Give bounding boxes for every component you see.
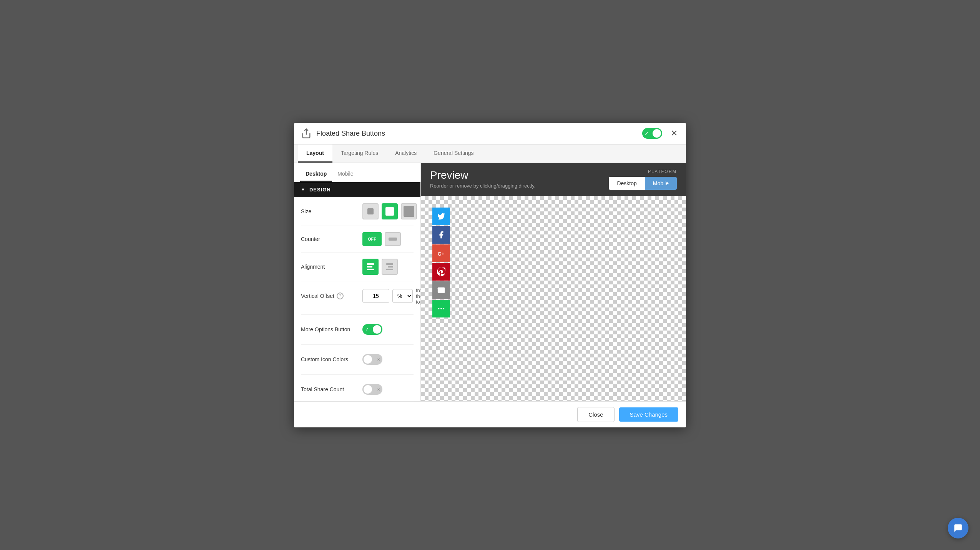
divider: [301, 314, 414, 315]
share-button-twitter[interactable]: [432, 208, 450, 225]
more-options-toggle[interactable]: ✓: [362, 324, 382, 335]
align-right-button[interactable]: [382, 259, 398, 275]
size-small-button[interactable]: [362, 203, 379, 219]
vertical-offset-controls: % px from the top: [362, 287, 420, 305]
modal-title: Floated Share Buttons: [316, 130, 642, 138]
alignment-label: Alignment: [301, 264, 362, 270]
counter-off-button[interactable]: OFF: [362, 232, 382, 246]
svg-text:G+: G+: [438, 251, 444, 256]
preview-info: Preview Reorder or remove by clicking/dr…: [430, 169, 535, 189]
total-share-count-toggle[interactable]: ✕: [362, 384, 382, 395]
close-button[interactable]: Close: [577, 407, 614, 422]
tab-navigation: Layout Targeting Rules Analytics General…: [294, 145, 686, 163]
counter-controls: OFF: [362, 232, 414, 246]
total-share-count-setting-row: Total Share Count ✕: [301, 378, 414, 401]
total-share-count-controls: ✕: [362, 384, 414, 395]
custom-icon-colors-toggle[interactable]: ✕: [362, 354, 382, 365]
custom-icon-colors-setting-row: Custom Icon Colors ✕: [301, 348, 414, 371]
design-settings-rows: Size: [294, 197, 420, 401]
svg-point-4: [443, 308, 445, 309]
svg-point-2: [438, 308, 440, 309]
float-buttons-preview: G+: [432, 208, 450, 318]
platform-label: PLATFORM: [648, 169, 677, 174]
modal-container: Floated Share Buttons ✓ ✕ Layout Targeti…: [294, 123, 686, 427]
total-share-count-toggle-wrapper: ✕: [362, 384, 382, 395]
custom-icon-colors-controls: ✕: [362, 354, 414, 365]
custom-icon-colors-toggle-wrapper: ✕: [362, 354, 382, 365]
sub-tab-desktop[interactable]: Desktop: [300, 167, 332, 182]
counter-setting-row: Counter OFF: [301, 226, 414, 253]
platform-mobile-button[interactable]: Mobile: [645, 177, 677, 190]
align-right-icon: [386, 263, 393, 270]
design-section-arrow: ▼: [301, 187, 306, 192]
preview-area: G+: [421, 196, 686, 401]
share-button-email[interactable]: [432, 281, 450, 299]
preview-header: Preview Reorder or remove by clicking/dr…: [421, 163, 686, 196]
more-options-setting-row: More Options Button ✓: [301, 318, 414, 341]
total-share-count-label: Total Share Count: [301, 386, 362, 392]
vertical-offset-setting-row: Vertical Offset ? % px from the top: [301, 281, 414, 311]
modal-footer: Close Save Changes: [294, 401, 686, 427]
share-button-pinterest[interactable]: [432, 263, 450, 281]
size-setting-row: Size: [301, 197, 414, 226]
preview-subtitle: Reorder or remove by clicking/dragging d…: [430, 183, 535, 189]
svg-point-3: [440, 308, 442, 309]
divider-2: [301, 344, 414, 345]
chat-bubble-button[interactable]: [948, 518, 968, 538]
left-panel: Desktop Mobile ▼ DESIGN Size: [294, 163, 421, 401]
right-panel: Preview Reorder or remove by clicking/dr…: [421, 163, 686, 401]
custom-icon-colors-label: Custom Icon Colors: [301, 356, 362, 362]
sub-tab-navigation: Desktop Mobile: [294, 163, 420, 182]
tab-analytics[interactable]: Analytics: [387, 145, 425, 163]
design-section-header[interactable]: ▼ DESIGN: [294, 182, 420, 197]
platform-desktop-button[interactable]: Desktop: [609, 177, 644, 190]
share-button-google-plus[interactable]: G+: [432, 244, 450, 262]
align-left-button[interactable]: [362, 259, 379, 275]
alignment-controls: [362, 259, 414, 275]
tab-layout[interactable]: Layout: [298, 145, 332, 163]
size-large-button[interactable]: [401, 203, 417, 219]
vertical-offset-input[interactable]: [362, 289, 389, 303]
unit-select[interactable]: % px: [392, 289, 413, 303]
modal-close-button[interactable]: ✕: [669, 128, 679, 139]
tab-targeting-rules[interactable]: Targeting Rules: [332, 145, 387, 163]
more-options-controls: ✓: [362, 324, 414, 335]
tab-general-settings[interactable]: General Settings: [425, 145, 482, 163]
alignment-setting-row: Alignment: [301, 253, 414, 281]
counter-label: Counter: [301, 236, 362, 242]
size-medium-button[interactable]: [382, 203, 398, 219]
size-controls: [362, 203, 417, 219]
counter-bar-button[interactable]: [385, 232, 401, 246]
enabled-toggle[interactable]: ✓: [642, 128, 662, 139]
design-section-label: DESIGN: [309, 187, 331, 193]
vertical-offset-label: Vertical Offset ?: [301, 292, 362, 299]
platform-section: PLATFORM Desktop Mobile: [609, 169, 677, 190]
sub-tab-mobile[interactable]: Mobile: [332, 167, 359, 182]
save-changes-button[interactable]: Save Changes: [619, 407, 678, 422]
share-button-more[interactable]: [432, 300, 450, 317]
align-left-icon: [367, 263, 374, 270]
modal-body: Desktop Mobile ▼ DESIGN Size: [294, 163, 686, 401]
modal-header: Floated Share Buttons ✓ ✕: [294, 123, 686, 145]
divider-3: [301, 374, 414, 375]
share-icon: [301, 128, 312, 139]
share-button-facebook[interactable]: [432, 226, 450, 244]
offset-suffix-text: from the top: [416, 287, 420, 305]
size-label: Size: [301, 208, 362, 214]
vertical-offset-help-icon[interactable]: ?: [337, 292, 344, 299]
more-options-label: More Options Button: [301, 326, 362, 332]
preview-title: Preview: [430, 169, 535, 181]
platform-buttons: Desktop Mobile: [609, 177, 677, 190]
settings-content: ▼ DESIGN Size: [294, 182, 420, 401]
